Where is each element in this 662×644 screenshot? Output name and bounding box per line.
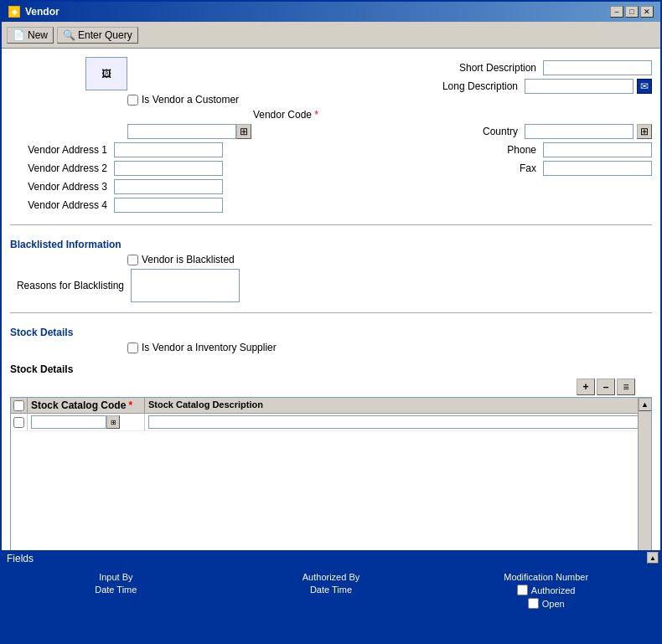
vendor-image[interactable]: 🖼 (85, 57, 127, 90)
lookup-icon: ⊞ (240, 126, 248, 137)
authorized-by-label: Authorized By (303, 572, 359, 582)
country-lookup-button[interactable]: ⊞ (637, 124, 652, 139)
catalog-code-input[interactable] (31, 415, 106, 429)
input-date-label: Date Time (95, 585, 137, 595)
minimize-button[interactable]: – (610, 6, 623, 18)
reasons-label: Reasons for Blacklisting (10, 280, 127, 291)
short-description-label: Short Description (459, 62, 540, 74)
add-row-button[interactable]: + (577, 379, 595, 395)
vendor-code-input[interactable] (127, 124, 236, 139)
col-desc-header: Stock Catalog Description (145, 398, 651, 413)
open-label: Open (542, 599, 565, 609)
section-divider-2 (10, 312, 652, 313)
country-lookup-icon: ⊞ (640, 126, 649, 137)
grid-toolbar: + – ≡ (10, 379, 652, 395)
phone-label: Phone (507, 144, 540, 156)
stock-details-section: Stock Details Is Vendor a Inventory Supp… (10, 322, 652, 358)
authorized-by-col: Authorized By Date Time (225, 572, 437, 637)
short-description-input[interactable] (543, 60, 652, 75)
new-button[interactable]: 📄 New (7, 27, 54, 44)
enter-query-button[interactable]: 🔍 Enter Query (57, 27, 138, 44)
modification-number-label: Modification Number (504, 572, 588, 582)
stock-data-grid: Stock Catalog Code * Stock Catalog Descr… (10, 397, 652, 550)
address2-row: Vendor Address 2 (10, 161, 327, 176)
vertical-scrollbar[interactable]: ▲ ▼ (638, 398, 651, 550)
vendor-icon: ◆ (8, 6, 20, 18)
address2-input[interactable] (114, 161, 223, 176)
authorized-label: Authorized (531, 585, 576, 595)
vendor-blacklisted-label: Vendor is Blacklisted (142, 254, 235, 265)
stock-section-header: Stock Details (10, 327, 652, 338)
open-checkbox[interactable] (528, 598, 539, 609)
country-input[interactable] (525, 124, 634, 139)
row-checkbox[interactable] (13, 417, 24, 428)
vendor-code-lookup-button[interactable]: ⊞ (236, 124, 251, 139)
enter-query-label: Enter Query (78, 29, 132, 41)
modification-col: Modification Number Authorized Open (440, 572, 652, 637)
window-title: Vendor (25, 6, 59, 18)
authorized-date-label: Date Time (310, 585, 352, 595)
is-vendor-customer-checkbox[interactable] (127, 95, 138, 106)
catalog-desc-input[interactable] (148, 415, 647, 429)
blacklist-section: Blacklisted Information Vendor is Blackl… (10, 234, 652, 304)
address2-label: Vendor Address 2 (10, 162, 111, 174)
vendor-code-label: Vendor Code * (253, 109, 318, 121)
close-button[interactable]: ✕ (640, 6, 654, 18)
select-all-checkbox[interactable] (13, 400, 24, 411)
fax-input[interactable] (543, 161, 652, 176)
catalog-lookup-button[interactable]: ⊞ (106, 415, 120, 429)
fields-expand-button[interactable]: ▲ (647, 552, 659, 564)
toolbar: 📄 New 🔍 Enter Query (2, 22, 660, 49)
fax-label: Fax (520, 162, 540, 174)
address1-row: Vendor Address 1 (10, 142, 327, 157)
memo-icon: ✉ (640, 80, 649, 92)
table-row: ⊞ (11, 414, 651, 431)
address3-row: Vendor Address 3 (10, 179, 327, 194)
main-content: 🖼 Is Vendor a Customer Vendor Code * (2, 49, 660, 550)
long-description-label: Long Description (442, 80, 521, 92)
title-bar-left: ◆ Vendor (8, 6, 59, 18)
grid-header: Stock Catalog Code * Stock Catalog Descr… (11, 398, 651, 414)
remove-row-button[interactable]: – (597, 379, 615, 395)
fields-label: Fields (7, 553, 34, 564)
grid-options-button[interactable]: ≡ (617, 379, 635, 395)
fields-bar: Fields ▲ (2, 550, 660, 567)
row-checkbox-cell (11, 414, 28, 430)
address1-input[interactable] (114, 142, 223, 157)
long-description-input[interactable] (525, 79, 634, 94)
address3-input[interactable] (114, 179, 223, 194)
input-by-col: Input By Date Time (10, 572, 222, 637)
section-divider-1 (10, 224, 652, 225)
stock-grid-section: Stock Details + – ≡ Stock Catalog Code (10, 363, 652, 550)
maximize-button[interactable]: □ (625, 6, 639, 18)
address4-input[interactable] (114, 198, 223, 213)
image-icon: 🖼 (101, 68, 111, 80)
title-bar: ◆ Vendor – □ ✕ (2, 2, 660, 22)
vendor-blacklisted-checkbox[interactable] (127, 255, 138, 265)
memo-button[interactable]: ✉ (637, 79, 652, 94)
address4-row: Vendor Address 4 (10, 198, 327, 213)
input-by-label: Input By (99, 572, 132, 582)
phone-input[interactable] (543, 142, 652, 157)
footer: Input By Date Time Authorized By Date Ti… (2, 567, 660, 642)
country-label: Country (483, 126, 521, 137)
scroll-up-button[interactable]: ▲ (639, 398, 652, 411)
vendor-window: ◆ Vendor – □ ✕ 📄 New 🔍 Enter Query (0, 0, 662, 644)
grid-header-check (11, 398, 28, 413)
address3-label: Vendor Address 3 (10, 181, 111, 193)
query-icon: 🔍 (63, 29, 75, 41)
is-vendor-customer-label: Is Vendor a Customer (142, 94, 239, 106)
title-controls: – □ ✕ (610, 6, 654, 18)
vendor-code-required: * (314, 109, 318, 121)
catalog-lookup-icon: ⊞ (111, 419, 116, 426)
authorized-checkbox[interactable] (517, 585, 528, 595)
desc-cell (145, 414, 651, 430)
new-icon: 📄 (13, 29, 25, 41)
code-cell: ⊞ (28, 414, 145, 430)
new-label: New (28, 29, 48, 41)
address1-label: Vendor Address 1 (10, 144, 111, 156)
is-inventory-supplier-label: Is Vendor a Inventory Supplier (142, 342, 277, 353)
col-code-required: * (128, 399, 132, 411)
reasons-input[interactable] (131, 269, 240, 302)
is-inventory-supplier-checkbox[interactable] (127, 343, 138, 353)
